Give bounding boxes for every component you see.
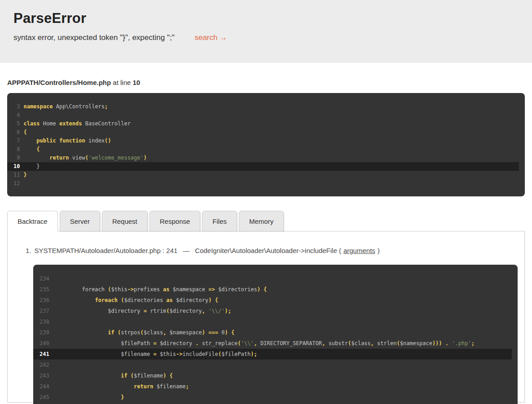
line-number: 10 bbox=[13, 162, 20, 171]
main-content: APPPATH/Controllers/Home.php at line 10 … bbox=[7, 79, 525, 403]
tab-files[interactable]: Files bbox=[202, 211, 237, 231]
backtrace-separator: — bbox=[183, 247, 189, 254]
code-line: 4 bbox=[7, 111, 525, 120]
file-path: APPPATH/Controllers/Home.php bbox=[7, 79, 111, 86]
error-title: ParseError bbox=[13, 10, 519, 27]
at-line-label: at line bbox=[113, 79, 131, 86]
tab-response[interactable]: Response bbox=[149, 211, 201, 231]
code-line: 239 if (strpos($class, $namespace) === 0… bbox=[33, 327, 518, 338]
line-number: 7 bbox=[13, 137, 20, 145]
line-number: 234 bbox=[40, 273, 49, 284]
line-number: 244 bbox=[40, 381, 49, 392]
line-number: 238 bbox=[40, 316, 49, 327]
error-header: ParseError syntax error, unexpected toke… bbox=[0, 0, 532, 63]
code-line: 8 { bbox=[7, 145, 525, 154]
error-line-number: 10 bbox=[133, 79, 141, 86]
code-line: 235 foreach ($this->prefixes as $namespa… bbox=[33, 284, 518, 295]
code-line: 242 bbox=[33, 360, 518, 370]
line-number: 9 bbox=[13, 154, 20, 162]
code-line: 5class Home extends BaseController bbox=[7, 120, 525, 128]
highlighted-code-line: 10 } bbox=[7, 162, 519, 171]
backtrace-signature: CodeIgniter\Autoloader\Autoloader->inclu… bbox=[195, 247, 341, 254]
code-line: 243 if ($filename) { bbox=[33, 370, 518, 381]
code-line: 12 bbox=[7, 179, 525, 188]
line-number: 239 bbox=[40, 327, 49, 338]
backtrace-item: 1.SYSTEMPATH/Autoloader/Autoloader.php :… bbox=[26, 246, 518, 255]
line-number: 11 bbox=[13, 171, 20, 179]
line-number: 241 bbox=[40, 349, 49, 360]
code-line: 3namespace App\Controllers; bbox=[7, 102, 525, 111]
line-number: 4 bbox=[13, 111, 20, 120]
code-line: 9 return view('welcome_message') bbox=[7, 154, 525, 162]
code-line: 245 } bbox=[33, 392, 518, 403]
code-line: 240 $filePath = $directory . str_replace… bbox=[33, 338, 518, 349]
code-line: 237 $directory = rtrim($directory, '\\/'… bbox=[33, 306, 518, 316]
code-line: 244 return $filename; bbox=[33, 381, 518, 392]
tab-bar: BacktraceServerRequestResponseFilesMemor… bbox=[7, 211, 525, 231]
line-number: 243 bbox=[40, 370, 49, 381]
error-message: syntax error, unexpected token "}", expe… bbox=[13, 33, 175, 42]
line-number: 242 bbox=[40, 360, 49, 370]
backtrace-location: SYSTEMPATH/Autoloader/Autoloader.php : 2… bbox=[35, 247, 178, 254]
line-number: 3 bbox=[13, 102, 20, 111]
code-line: 7 public function index() bbox=[7, 137, 525, 145]
line-number: 240 bbox=[40, 338, 49, 349]
code-line: 236 foreach ($directories as $directory)… bbox=[33, 295, 518, 306]
code-line: 234 bbox=[33, 273, 518, 284]
arguments-link[interactable]: arguments bbox=[343, 247, 375, 254]
error-message-row: syntax error, unexpected token "}", expe… bbox=[13, 33, 519, 42]
tab-request[interactable]: Request bbox=[102, 211, 148, 231]
backtrace-panel: 1.SYSTEMPATH/Autoloader/Autoloader.php :… bbox=[7, 231, 525, 403]
tab-memory[interactable]: Memory bbox=[239, 211, 284, 231]
line-number: 237 bbox=[40, 306, 49, 316]
source-code-block: 3namespace App\Controllers;45class Home … bbox=[7, 93, 525, 196]
tab-backtrace[interactable]: Backtrace bbox=[7, 211, 58, 231]
trace-code-block: 234235 foreach ($this->prefixes as $name… bbox=[33, 265, 518, 404]
file-info: APPPATH/Controllers/Home.php at line 10 bbox=[7, 79, 525, 86]
code-line: 238 bbox=[33, 316, 518, 327]
backtrace-signature-close: ) bbox=[378, 247, 380, 254]
line-number: 6 bbox=[13, 128, 20, 137]
line-number: 236 bbox=[40, 295, 49, 306]
line-number: 5 bbox=[13, 120, 20, 128]
search-link[interactable]: search → bbox=[194, 33, 227, 42]
tab-server[interactable]: Server bbox=[60, 211, 100, 231]
line-number: 8 bbox=[13, 145, 20, 154]
highlighted-code-line: 241 $filename = $this->includeFile($file… bbox=[33, 349, 512, 360]
line-number: 12 bbox=[13, 179, 20, 188]
backtrace-index: 1. bbox=[26, 247, 31, 254]
line-number: 245 bbox=[40, 392, 49, 403]
code-line: 11} bbox=[7, 171, 525, 179]
code-line: 6{ bbox=[7, 128, 525, 137]
line-number: 235 bbox=[40, 284, 49, 295]
